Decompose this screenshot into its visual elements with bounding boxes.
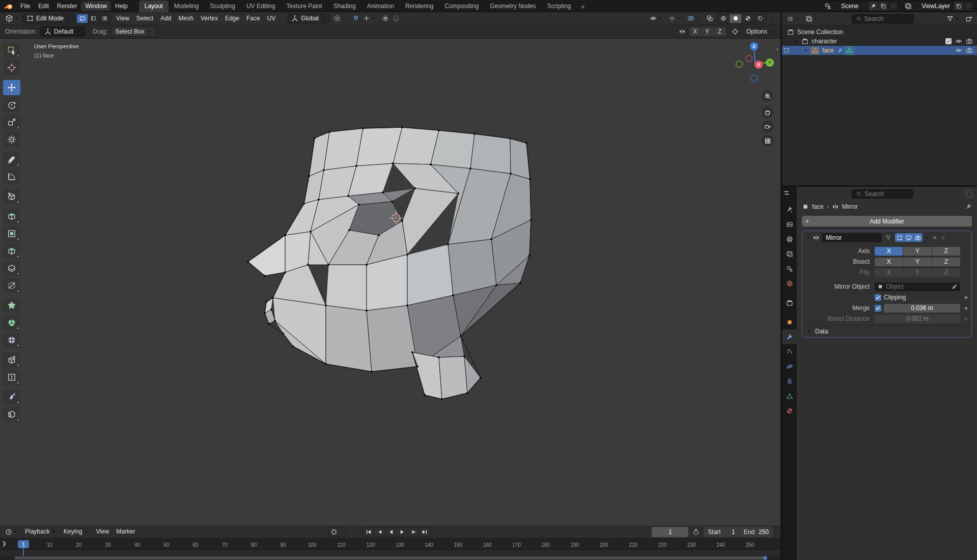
shading-rendered[interactable] [754,14,766,23]
sidebar-toggle[interactable]: ‹ [776,46,778,52]
new-scene-button[interactable] [878,2,888,11]
menu-help[interactable]: Help [111,1,132,11]
tool-extrude-region[interactable] [3,209,20,224]
tool-cursor[interactable] [3,60,20,75]
snap-toggle[interactable] [350,14,361,23]
viewport-menu-add[interactable]: Add [157,12,175,25]
outliner-item-label[interactable]: character [811,38,838,45]
expand-icon[interactable] [805,235,811,240]
new-viewlayer-button[interactable] [953,2,963,11]
shading-wireframe[interactable] [717,14,730,23]
pin-button[interactable] [868,2,878,11]
jump-to-prev-keyframe-button[interactable] [374,527,385,537]
axis-y-toggle[interactable]: Y [903,268,931,277]
viewport-menu-edge[interactable]: Edge [221,12,243,25]
menu-window[interactable]: Window [81,1,111,11]
workspace-tab-sculpting[interactable]: Sculpting [205,1,241,12]
checkbox[interactable] [875,305,881,312]
properties-tab-modifiers[interactable] [782,329,797,344]
properties-tab-world[interactable] [782,276,797,291]
outliner-display-mode[interactable] [803,14,821,23]
breadcrumb-modifier[interactable]: Mirror [842,203,858,210]
scene-selector[interactable]: Scene [822,1,899,11]
tool-rip-region[interactable] [3,407,20,422]
shading-material-preview[interactable] [742,14,754,23]
mirror-axis-x[interactable]: X [689,27,702,36]
drag-handle[interactable] [940,235,946,241]
default-orientation-dropdown[interactable]: Default [40,26,85,37]
outliner-row-character[interactable]: character [782,37,977,46]
mesh-canvas[interactable] [0,39,780,525]
axis-x-toggle[interactable]: X [875,268,903,277]
tool-shrink-fatten[interactable] [3,370,20,385]
menu-edit[interactable]: Edit [34,1,53,11]
workspace-tab-modeling[interactable]: Modeling [169,1,205,12]
mirror-object-field[interactable]: Object [875,283,960,291]
falloff-dropdown[interactable] [390,14,408,23]
shading-solid[interactable] [730,14,742,23]
timeline-menu-playback[interactable]: Playback [21,525,60,538]
properties-tab-physics[interactable] [782,359,797,374]
tool-measure[interactable] [3,169,20,184]
pin-icon[interactable] [965,203,972,210]
end-value[interactable]: 250 [758,528,769,536]
start-value[interactable]: 1 [724,528,735,536]
timeline-menu-keying[interactable]: Keying [60,525,93,538]
bisect-distance-field[interactable]: 0.001 m [875,315,960,323]
timeline-scrollbar[interactable] [14,556,767,559]
play-reverse-button[interactable] [385,527,397,537]
snap-base-button[interactable] [730,27,741,37]
chevron-down-icon[interactable] [794,39,799,44]
axis-x-toggle[interactable]: X [875,247,903,256]
jump-to-next-keyframe-button[interactable] [408,527,419,537]
tool-add-cube[interactable] [3,189,20,204]
visibility-dropdown[interactable] [648,14,665,23]
editor-type-button[interactable] [3,14,21,23]
pan-button[interactable] [762,106,773,118]
tool-move[interactable] [3,80,20,95]
workspace-tab-animation[interactable]: Animation [361,1,400,12]
timeline-ruler[interactable]: 1 10203040506070809010011012013014015016… [0,539,780,550]
outliner-item-label[interactable]: face [821,47,835,54]
decorator-dot[interactable] [965,307,967,310]
tool-smooth[interactable] [3,332,20,348]
play-button[interactable] [397,527,408,537]
tool-poly-build[interactable] [3,298,20,313]
menu-render[interactable]: Render [53,1,81,11]
outliner-row-face[interactable]: face [782,46,977,55]
properties-search[interactable]: Search [852,189,913,199]
new-collection-button[interactable] [963,14,974,23]
properties-tab-material[interactable] [782,403,797,418]
chevron-down-icon[interactable] [339,529,344,535]
axis-z-toggle[interactable]: Z [932,247,960,256]
axis-z-toggle[interactable]: Z [932,258,960,266]
axis-y-toggle[interactable]: Y [903,258,931,266]
timeline-track[interactable] [0,550,780,556]
tool-inset-faces[interactable] [3,226,20,241]
xray-toggle[interactable] [704,14,715,23]
select-mode-face[interactable] [99,14,110,23]
filter-dropdown[interactable] [944,14,962,23]
tool-spin[interactable] [3,315,20,330]
mirror-axis-y[interactable]: Y [702,27,714,36]
breadcrumb-object[interactable]: face [812,203,824,210]
properties-tab-view-layer[interactable] [782,246,797,261]
hide-eye-icon[interactable] [955,38,962,45]
exclude-checkbox[interactable] [945,38,952,44]
axis-y-toggle[interactable]: Y [903,247,931,256]
modifier-name-field[interactable]: Mirror [822,233,882,242]
properties-tab-constraints[interactable] [782,374,797,388]
delete-viewlayer-button[interactable] [963,2,973,11]
disable-render-camera-icon[interactable] [966,38,973,45]
viewlayer-selector[interactable]: ViewLayer [903,1,974,11]
tool-shear[interactable] [3,389,20,405]
properties-tab-object[interactable] [782,315,797,329]
viewport-menu-uv[interactable]: UV [264,12,280,25]
data-subpanel-header[interactable]: Data [802,325,971,337]
mode-dropdown[interactable]: Edit Mode [23,14,75,23]
timeline-menu-view[interactable]: View [92,525,113,538]
menu-file[interactable]: File [16,1,34,11]
viewlayer-name[interactable]: ViewLayer [918,3,953,10]
workspace-tab-rendering[interactable]: Rendering [400,1,439,12]
show-in-render-toggle[interactable] [913,233,923,242]
